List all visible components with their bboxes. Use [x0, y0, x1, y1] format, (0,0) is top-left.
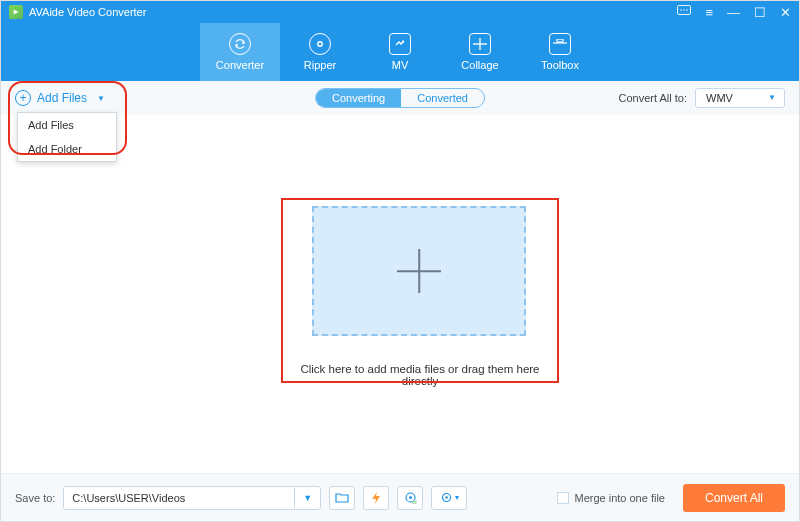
- window-controls: ≡ — ☐ ✕: [677, 5, 791, 20]
- add-plus-icon: [397, 249, 441, 293]
- svg-rect-8: [557, 39, 563, 42]
- chevron-down-icon: ▼: [97, 94, 105, 103]
- toolbox-icon: [549, 33, 571, 55]
- nav-mv[interactable]: MV: [360, 23, 440, 81]
- svg-point-3: [687, 9, 689, 11]
- menu-icon[interactable]: ≡: [705, 5, 713, 20]
- tab-converting[interactable]: Converting: [316, 89, 401, 107]
- gpu-button[interactable]: on: [397, 486, 423, 510]
- ripper-icon: [309, 33, 331, 55]
- merge-label: Merge into one file: [574, 492, 665, 504]
- svg-point-14: [445, 496, 448, 499]
- collage-icon: [469, 33, 491, 55]
- add-files-button[interactable]: + Add Files ▼: [15, 90, 105, 106]
- dropzone[interactable]: [312, 206, 526, 336]
- feedback-icon[interactable]: [677, 5, 691, 20]
- path-dropdown-button[interactable]: ▼: [294, 488, 320, 508]
- tab-converted[interactable]: Converted: [401, 89, 484, 107]
- nav-collage[interactable]: Collage: [440, 23, 520, 81]
- close-icon[interactable]: ✕: [780, 5, 791, 20]
- svg-text:on: on: [412, 499, 417, 504]
- plus-icon: +: [15, 90, 31, 106]
- add-files-dropdown: Add Files Add Folder: [17, 112, 117, 162]
- app-title: AVAide Video Converter: [29, 6, 146, 18]
- checkbox-icon: [557, 492, 569, 504]
- save-path-box: ▼: [63, 486, 321, 510]
- nav-converter[interactable]: Converter: [200, 23, 280, 81]
- browse-folder-button[interactable]: [329, 486, 355, 510]
- converter-icon: [229, 33, 251, 55]
- save-to-label: Save to:: [15, 492, 55, 504]
- toolbar: + Add Files ▼ Converting Converted Conve…: [1, 81, 799, 115]
- format-value: WMV: [706, 92, 733, 104]
- titlebar: AVAide Video Converter ≡ — ☐ ✕: [1, 1, 799, 23]
- nav-label: Collage: [461, 59, 498, 71]
- nav-label: Toolbox: [541, 59, 579, 71]
- dropdown-item-add-files[interactable]: Add Files: [18, 113, 116, 137]
- dropzone-hint: Click here to add media files or drag th…: [286, 363, 554, 387]
- status-tabs: Converting Converted: [315, 88, 485, 108]
- merge-checkbox[interactable]: Merge into one file: [557, 492, 665, 504]
- settings-button[interactable]: ▾: [431, 486, 467, 510]
- svg-point-5: [402, 41, 404, 43]
- mv-icon: [389, 33, 411, 55]
- convert-all-label: Convert All to:: [619, 92, 687, 104]
- svg-point-1: [681, 9, 683, 11]
- add-files-label: Add Files: [37, 91, 87, 105]
- nav-toolbox[interactable]: Toolbox: [520, 23, 600, 81]
- nav-ripper[interactable]: Ripper: [280, 23, 360, 81]
- svg-point-2: [684, 9, 686, 11]
- bottom-bar: Save to: ▼ on ▾ Merge into one file Conv…: [1, 473, 799, 521]
- format-select[interactable]: WMV: [695, 88, 785, 108]
- dropdown-item-add-folder[interactable]: Add Folder: [18, 137, 116, 161]
- convert-all-button[interactable]: Convert All: [683, 484, 785, 512]
- nav-label: Converter: [216, 59, 264, 71]
- nav-label: Ripper: [304, 59, 336, 71]
- minimize-icon[interactable]: —: [727, 5, 740, 20]
- main-nav: Converter Ripper MV Collage Toolbox: [1, 23, 799, 81]
- maximize-icon[interactable]: ☐: [754, 5, 766, 20]
- app-logo-icon: [9, 5, 23, 19]
- svg-point-4: [318, 42, 322, 46]
- save-path-input[interactable]: [64, 487, 294, 509]
- speed-button[interactable]: [363, 486, 389, 510]
- nav-label: MV: [392, 59, 409, 71]
